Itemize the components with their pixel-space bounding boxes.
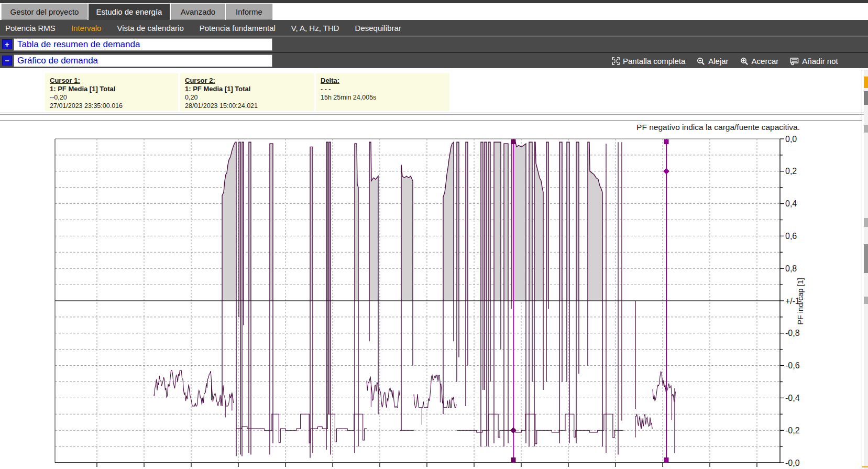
pf-column-fill: [504, 144, 508, 301]
cursor2-timestamp: 28/01/2023 15:00:24.021: [185, 102, 310, 110]
zoom-in-icon: [740, 57, 749, 66]
tab-informe[interactable]: Informe: [226, 4, 272, 20]
nav-intervalo[interactable]: Intervalo: [71, 24, 102, 32]
fullscreen-button[interactable]: Pantalla completa: [612, 57, 685, 66]
pf-column-fill: [576, 142, 579, 301]
tab-gestor-del-proyecto[interactable]: Gestor del proyecto: [2, 4, 87, 20]
pf-trace-noise: [367, 376, 400, 408]
scrollbar-marker: [864, 297, 868, 304]
y-axis-tick-label: -0,6: [785, 361, 800, 370]
y-axis-tick-label: -0,0: [785, 459, 800, 467]
add-note-button[interactable]: Añadir not: [790, 57, 838, 66]
pf-column-fill: [401, 165, 413, 301]
zoom-out-icon: [697, 57, 705, 66]
content-right-border: [862, 70, 862, 469]
pf-column-fill: [567, 142, 569, 301]
pf-column-fill: [559, 142, 562, 301]
tab-estudio-de-energia[interactable]: Estudio de energía: [89, 4, 170, 20]
cursor2-value: 0,20: [185, 93, 310, 102]
y-axis-tick-label: 0,2: [785, 167, 797, 176]
cursor2-title: Cursor 2:: [185, 77, 310, 85]
y-axis-tick-label: -0,4: [785, 394, 800, 402]
section-title-demand-table: Tabla de resumen de demanda: [17, 39, 140, 50]
zoom-in-button[interactable]: Acercar: [740, 57, 779, 66]
nav-vista-de-calendario[interactable]: Vista de calendario: [117, 24, 183, 32]
pf-column-fill: [270, 144, 273, 301]
y-axis-tick-label: 0,4: [785, 199, 797, 208]
zoom-out-label: Alejar: [708, 57, 728, 66]
delta-title: Delta:: [321, 77, 445, 85]
cursor1-title: Cursor 1:: [50, 77, 174, 85]
nav-potencia-rms[interactable]: Potencia RMS: [5, 24, 56, 32]
pf-trace-pulses: [457, 414, 623, 444]
pf-trace-pulses: [265, 414, 367, 443]
section-title-box: Gráfico de demanda: [14, 54, 272, 67]
cursor-info-panel: Cursor 1: 1: PF Media [1] Total --0,20 2…: [0, 68, 868, 113]
add-note-label: Añadir not: [802, 57, 838, 66]
nav-potencia-fundamental[interactable]: Potencia fundamental: [200, 24, 276, 32]
zoom-out-button[interactable]: Alejar: [697, 57, 728, 66]
pf-column-fill: [529, 142, 532, 301]
pf-trace-noise: [414, 375, 456, 425]
delta-value: - - -: [321, 85, 445, 93]
y-axis-tick-label: -0,2: [785, 426, 800, 435]
scrollbar-marker: [864, 125, 868, 133]
nav-v-a-hz-thd[interactable]: V, A, Hz, THD: [291, 24, 339, 32]
section-title-demand-graph: Gráfico de demanda: [17, 56, 98, 66]
cursor2-series: 1: PF Media [1] Total: [185, 85, 310, 93]
pf-column-fill: [310, 147, 313, 301]
section-demand-graph: − Gráfico de demanda Pantalla completa: [0, 52, 868, 68]
y-axis-tick-label: 0,8: [785, 264, 797, 273]
scrollbar-marker: [864, 91, 868, 105]
cursor2-info-box: Cursor 2: 1: PF Media [1] Total 0,20 28/…: [180, 73, 314, 111]
pf-column-fill: [534, 142, 543, 301]
scrollbar-marker: [864, 218, 868, 227]
cursor1-series: 1: PF Media [1] Total: [50, 85, 174, 93]
demand-chart: PF negativo indica la carga/fuente capac…: [0, 118, 868, 469]
y-axis-tick-label: 0,0: [785, 135, 797, 144]
chart-note: PF negativo indica la carga/fuente capac…: [636, 123, 800, 132]
energy-analyze-app: Gestor del proyecto Estudio de energía A…: [0, 0, 868, 469]
zoom-in-label: Acercar: [752, 57, 779, 66]
y-axis-tick-label: -0,8: [785, 329, 800, 337]
cursor-2-top-handle: [664, 139, 669, 144]
cursor-1-bottom-handle: [511, 457, 516, 462]
fullscreen-label: Pantalla completa: [623, 57, 685, 66]
sub-nav-bar: Potencia RMS Intervalo Vista de calendar…: [0, 20, 868, 36]
section-demand-summary-table: + Tabla de resumen de demanda: [0, 36, 868, 52]
pf-column-fill: [494, 142, 501, 301]
chart-toolbar: Pantalla completa Alejar Acercar: [612, 53, 868, 69]
note-marker: [862, 466, 868, 467]
cursor1-value: --0,20: [50, 93, 174, 102]
section-title-box: Tabla de resumen de demanda: [14, 38, 272, 51]
pf-trace-noise: [153, 370, 234, 418]
panel-divider: [0, 113, 868, 113]
fullscreen-icon: [612, 57, 620, 65]
scrollbar-thumb[interactable]: [864, 244, 868, 273]
scrollbar-marker: [864, 77, 868, 88]
nav-desequilibrar[interactable]: Desequilibrar: [355, 24, 401, 32]
delta-info-box: Delta: - - - 15h 25min 24,005s: [316, 73, 449, 111]
expand-icon[interactable]: +: [2, 39, 12, 49]
pf-column-fill: [222, 142, 236, 301]
pf-trace-noise: [635, 414, 652, 438]
y-axis-tick-label: 0,6: [785, 232, 797, 241]
tab-avanzado[interactable]: Avanzado: [171, 4, 225, 20]
cursor1-info-box: Cursor 1: 1: PF Media [1] Total --0,20 2…: [45, 73, 178, 111]
delta-duration: 15h 25min 24,005s: [321, 93, 445, 102]
main-tab-bar: Gestor del proyecto Estudio de energía A…: [0, 3, 868, 20]
cursor-2-bottom-handle: [664, 457, 669, 462]
collapse-icon[interactable]: −: [2, 56, 12, 66]
vertical-scrollbar[interactable]: [864, 70, 868, 469]
add-note-icon: [790, 57, 799, 66]
panel-divider: [0, 114, 868, 115]
cursor-2-value-marker: [663, 168, 669, 174]
y-axis-title: PF ind/cap [1]: [796, 278, 805, 324]
pf-column-fill: [369, 142, 378, 301]
pf-trace-noise: [653, 372, 675, 420]
pf-column-fill: [355, 144, 358, 301]
cursor1-timestamp: 27/01/2023 23:35:00.016: [50, 102, 174, 110]
cursor-1-top-handle: [511, 139, 516, 144]
